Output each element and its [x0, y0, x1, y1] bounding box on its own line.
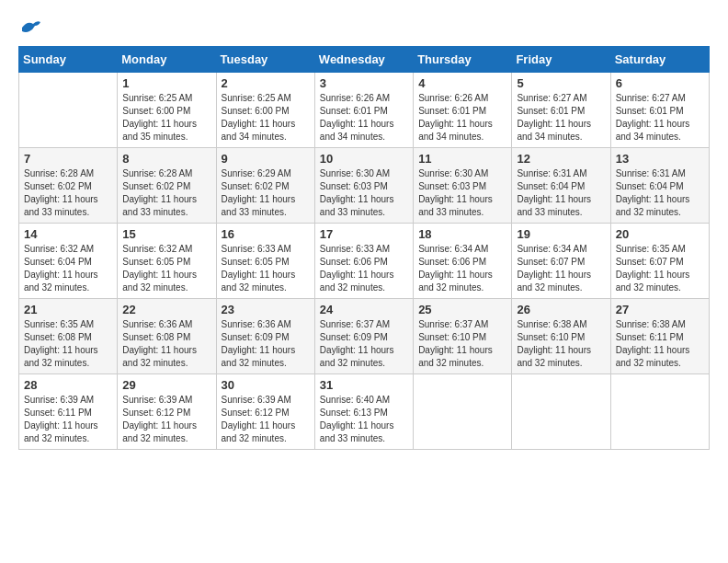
calendar-cell: 29Sunrise: 6:39 AM Sunset: 6:12 PM Dayli…: [118, 374, 216, 450]
calendar-cell: 24Sunrise: 6:37 AM Sunset: 6:09 PM Dayli…: [314, 299, 413, 374]
cell-info: Sunrise: 6:39 AM Sunset: 6:12 PM Dayligh…: [222, 394, 310, 445]
day-number: 21: [24, 303, 112, 316]
calendar-cell: 19Sunrise: 6:34 AM Sunset: 6:07 PM Dayli…: [512, 224, 610, 299]
cell-info: Sunrise: 6:27 AM Sunset: 6:01 PM Dayligh…: [517, 92, 605, 144]
day-number: 26: [517, 303, 605, 316]
calendar-cell: 8Sunrise: 6:28 AM Sunset: 6:02 PM Daylig…: [118, 148, 216, 224]
calendar-cell: 26Sunrise: 6:38 AM Sunset: 6:10 PM Dayli…: [512, 299, 610, 374]
day-of-week-header: Sunday: [19, 47, 118, 73]
calendar-cell: [610, 374, 709, 450]
calendar-cell: 13Sunrise: 6:31 AM Sunset: 6:04 PM Dayli…: [610, 148, 709, 224]
cell-info: Sunrise: 6:38 AM Sunset: 6:11 PM Dayligh…: [616, 318, 704, 370]
day-of-week-header: Tuesday: [216, 47, 314, 73]
calendar-header-row: SundayMondayTuesdayWednesdayThursdayFrid…: [19, 47, 710, 73]
logo-bird-icon: [20, 18, 42, 37]
calendar-cell: 23Sunrise: 6:36 AM Sunset: 6:09 PM Dayli…: [216, 299, 314, 374]
cell-info: Sunrise: 6:27 AM Sunset: 6:01 PM Dayligh…: [616, 92, 704, 144]
day-number: 9: [222, 152, 310, 166]
day-of-week-header: Friday: [512, 47, 610, 73]
calendar-cell: 14Sunrise: 6:32 AM Sunset: 6:04 PM Dayli…: [19, 224, 118, 299]
cell-info: Sunrise: 6:25 AM Sunset: 6:00 PM Dayligh…: [122, 92, 210, 144]
cell-info: Sunrise: 6:40 AM Sunset: 6:13 PM Dayligh…: [320, 394, 408, 445]
calendar-cell: [512, 374, 610, 450]
day-number: 31: [320, 378, 408, 392]
day-number: 28: [24, 378, 112, 392]
calendar-cell: 31Sunrise: 6:40 AM Sunset: 6:13 PM Dayli…: [314, 374, 413, 450]
calendar-cell: 30Sunrise: 6:39 AM Sunset: 6:12 PM Dayli…: [216, 374, 314, 450]
calendar-cell: 7Sunrise: 6:28 AM Sunset: 6:02 PM Daylig…: [19, 148, 118, 224]
calendar-cell: 12Sunrise: 6:31 AM Sunset: 6:04 PM Dayli…: [512, 148, 610, 224]
day-number: 8: [122, 152, 210, 166]
calendar-cell: 25Sunrise: 6:37 AM Sunset: 6:10 PM Dayli…: [414, 299, 512, 374]
day-number: 1: [122, 76, 210, 90]
cell-info: Sunrise: 6:37 AM Sunset: 6:09 PM Dayligh…: [320, 318, 408, 370]
day-number: 27: [616, 303, 704, 316]
cell-info: Sunrise: 6:26 AM Sunset: 6:01 PM Dayligh…: [320, 92, 408, 144]
day-of-week-header: Saturday: [610, 47, 709, 73]
cell-info: Sunrise: 6:34 AM Sunset: 6:06 PM Dayligh…: [418, 243, 506, 294]
cell-info: Sunrise: 6:26 AM Sunset: 6:01 PM Dayligh…: [418, 92, 506, 144]
calendar-cell: 20Sunrise: 6:35 AM Sunset: 6:07 PM Dayli…: [610, 224, 709, 299]
calendar-week-row: 7Sunrise: 6:28 AM Sunset: 6:02 PM Daylig…: [19, 148, 710, 224]
calendar-week-row: 1Sunrise: 6:25 AM Sunset: 6:00 PM Daylig…: [19, 73, 710, 148]
day-number: 19: [517, 227, 605, 241]
calendar-cell: 18Sunrise: 6:34 AM Sunset: 6:06 PM Dayli…: [414, 224, 512, 299]
cell-info: Sunrise: 6:31 AM Sunset: 6:04 PM Dayligh…: [517, 167, 605, 219]
day-of-week-header: Wednesday: [314, 47, 413, 73]
cell-info: Sunrise: 6:28 AM Sunset: 6:02 PM Dayligh…: [24, 167, 112, 219]
calendar-cell: 16Sunrise: 6:33 AM Sunset: 6:05 PM Dayli…: [216, 224, 314, 299]
day-number: 11: [418, 152, 506, 166]
calendar-week-row: 21Sunrise: 6:35 AM Sunset: 6:08 PM Dayli…: [19, 299, 710, 374]
calendar-cell: 11Sunrise: 6:30 AM Sunset: 6:03 PM Dayli…: [414, 148, 512, 224]
day-number: 6: [616, 76, 704, 90]
calendar-cell: 3Sunrise: 6:26 AM Sunset: 6:01 PM Daylig…: [314, 73, 413, 148]
day-number: 20: [616, 227, 704, 241]
day-number: 14: [24, 227, 112, 241]
cell-info: Sunrise: 6:37 AM Sunset: 6:10 PM Dayligh…: [418, 318, 506, 370]
logo: [18, 18, 42, 37]
day-of-week-header: Monday: [118, 47, 216, 73]
cell-info: Sunrise: 6:36 AM Sunset: 6:08 PM Dayligh…: [122, 318, 210, 370]
day-number: 10: [320, 152, 408, 166]
day-number: 16: [222, 227, 310, 241]
day-number: 24: [320, 303, 408, 316]
day-number: 12: [517, 152, 605, 166]
calendar-cell: 22Sunrise: 6:36 AM Sunset: 6:08 PM Dayli…: [118, 299, 216, 374]
day-number: 15: [122, 227, 210, 241]
day-number: 18: [418, 227, 506, 241]
day-number: 3: [320, 76, 408, 90]
calendar-cell: 17Sunrise: 6:33 AM Sunset: 6:06 PM Dayli…: [314, 224, 413, 299]
calendar-cell: 27Sunrise: 6:38 AM Sunset: 6:11 PM Dayli…: [610, 299, 709, 374]
cell-info: Sunrise: 6:32 AM Sunset: 6:05 PM Dayligh…: [122, 243, 210, 294]
calendar-cell: 21Sunrise: 6:35 AM Sunset: 6:08 PM Dayli…: [19, 299, 118, 374]
calendar-table: SundayMondayTuesdayWednesdayThursdayFrid…: [18, 46, 710, 450]
cell-info: Sunrise: 6:39 AM Sunset: 6:11 PM Dayligh…: [24, 394, 112, 445]
cell-info: Sunrise: 6:32 AM Sunset: 6:04 PM Dayligh…: [24, 243, 112, 294]
day-of-week-header: Thursday: [414, 47, 512, 73]
day-number: 17: [320, 227, 408, 241]
cell-info: Sunrise: 6:38 AM Sunset: 6:10 PM Dayligh…: [517, 318, 605, 370]
calendar-cell: 15Sunrise: 6:32 AM Sunset: 6:05 PM Dayli…: [118, 224, 216, 299]
calendar-cell: 5Sunrise: 6:27 AM Sunset: 6:01 PM Daylig…: [512, 73, 610, 148]
cell-info: Sunrise: 6:34 AM Sunset: 6:07 PM Dayligh…: [517, 243, 605, 294]
day-number: 7: [24, 152, 112, 166]
day-number: 29: [122, 378, 210, 392]
day-number: 4: [418, 76, 506, 90]
day-number: 25: [418, 303, 506, 316]
day-number: 23: [222, 303, 310, 316]
day-number: 5: [517, 76, 605, 90]
cell-info: Sunrise: 6:35 AM Sunset: 6:08 PM Dayligh…: [24, 318, 112, 370]
calendar-week-row: 28Sunrise: 6:39 AM Sunset: 6:11 PM Dayli…: [19, 374, 710, 450]
cell-info: Sunrise: 6:30 AM Sunset: 6:03 PM Dayligh…: [418, 167, 506, 219]
cell-info: Sunrise: 6:36 AM Sunset: 6:09 PM Dayligh…: [222, 318, 310, 370]
calendar-cell: 9Sunrise: 6:29 AM Sunset: 6:02 PM Daylig…: [216, 148, 314, 224]
page-header: [18, 18, 710, 37]
cell-info: Sunrise: 6:28 AM Sunset: 6:02 PM Dayligh…: [122, 167, 210, 219]
calendar-week-row: 14Sunrise: 6:32 AM Sunset: 6:04 PM Dayli…: [19, 224, 710, 299]
day-number: 22: [122, 303, 210, 316]
cell-info: Sunrise: 6:33 AM Sunset: 6:06 PM Dayligh…: [320, 243, 408, 294]
day-number: 13: [616, 152, 704, 166]
cell-info: Sunrise: 6:25 AM Sunset: 6:00 PM Dayligh…: [222, 92, 310, 144]
calendar-cell: 4Sunrise: 6:26 AM Sunset: 6:01 PM Daylig…: [414, 73, 512, 148]
calendar-cell: [19, 73, 118, 148]
